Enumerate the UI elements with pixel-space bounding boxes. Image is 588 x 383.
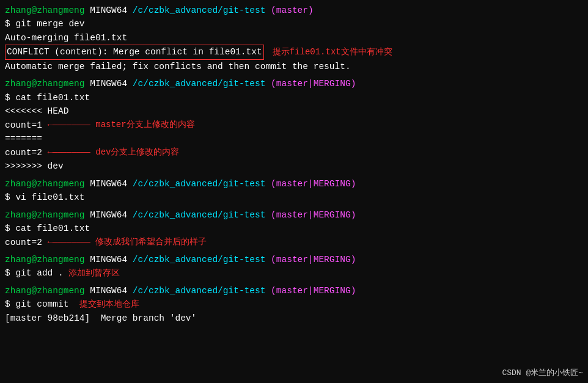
annotation-merged: 修改成我们希望合并后的样子: [90, 236, 207, 249]
terminal: zhang@zhangmeng MINGW64 /c/czbk_advanced…: [0, 0, 588, 383]
prompt-line-5: zhang@zhangmeng MINGW64 /c/czbk_advanced…: [5, 253, 583, 266]
cmd-commit: $ git commit 提交到本地仓库: [5, 297, 583, 311]
cmd-merge: $ git merge dev: [5, 17, 583, 31]
prompt-line-1: zhang@zhangmeng MINGW64 /c/czbk_advanced…: [5, 4, 583, 17]
merge-result: [master 98eb214] Merge branch 'dev': [5, 312, 583, 325]
cmd-vi: $ vi file01.txt: [5, 191, 583, 204]
prompt-user: zhang@zhangmeng: [5, 4, 85, 17]
conflict-annotation: 提示file01.txt文件中有冲突: [273, 46, 392, 59]
prompt-line-2: zhang@zhangmeng MINGW64 /c/czbk_advanced…: [5, 77, 583, 90]
prompt-line-6: zhang@zhangmeng MINGW64 /c/czbk_advanced…: [5, 284, 583, 297]
dollar: $ git merge dev: [5, 17, 85, 31]
annotation-dev: dev分支上修改的内容: [90, 146, 180, 159]
conflict-end: >>>>>>> dev: [5, 159, 583, 173]
conflict-sep: =======: [5, 132, 583, 145]
prompt-line-3: zhang@zhangmeng MINGW64 /c/czbk_advanced…: [5, 177, 583, 191]
arrow-2: ←————————: [48, 147, 90, 159]
watermark: CSDN @米兰的小铁匠~: [502, 367, 583, 379]
count2-line: count=2 ←———————— dev分支上修改的内容: [5, 146, 583, 159]
prompt-path: /c/czbk_advanced/git-test: [133, 4, 266, 17]
annotation-commit: 提交到本地仓库: [79, 298, 139, 312]
conflict-line: CONFLICT (content): Merge conflict in fi…: [5, 45, 583, 59]
count1-line: count=1 ←———————— master分支上修改的内容: [5, 119, 583, 132]
prompt-branch: (master): [265, 4, 313, 17]
merge-failed: Automatic merge failed; fix conflicts an…: [5, 60, 583, 73]
annotation-add: 添加到暂存区: [68, 267, 120, 280]
annotation-master: master分支上修改的内容: [90, 119, 195, 132]
cmd-add: $ git add . 添加到暂存区: [5, 266, 583, 280]
arrow-1: ←————————: [48, 119, 90, 131]
cmd-cat-1: $ cat file01.txt: [5, 91, 583, 104]
cmd-cat-2: $ cat file01.txt: [5, 222, 583, 235]
auto-merging: Auto-merging file01.txt: [5, 31, 583, 45]
conflict-head: <<<<<<< HEAD: [5, 104, 583, 118]
count2-final-line: count=2 ←———————— 修改成我们希望合并后的样子: [5, 236, 583, 249]
prompt-tool: MINGW64: [85, 4, 133, 17]
conflict-text: CONFLICT (content): Merge conflict in fi…: [5, 45, 264, 59]
prompt-line-4: zhang@zhangmeng MINGW64 /c/czbk_advanced…: [5, 208, 583, 222]
arrow-3: ←————————: [48, 236, 90, 249]
